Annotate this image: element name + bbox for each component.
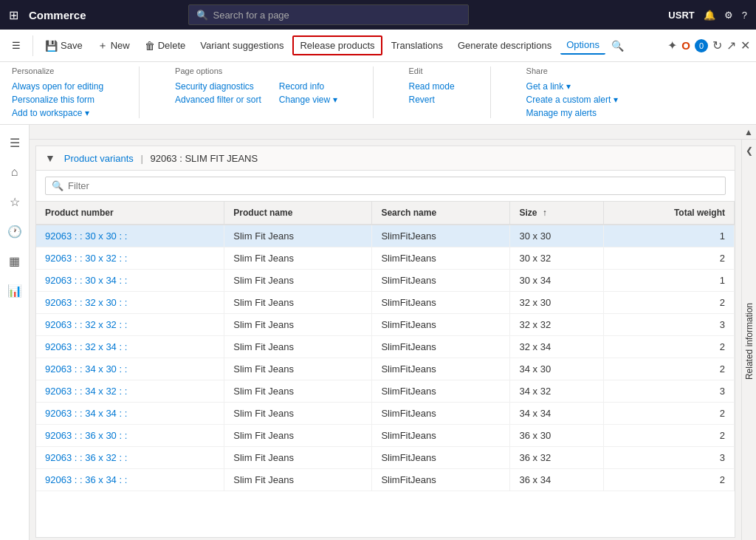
product-number-link[interactable]: 92063 : : 30 x 34 : :: [45, 275, 127, 286]
filter-icon[interactable]: ▼: [45, 152, 55, 164]
content-panel: ▼ Product variants | 92063 : SLIM FIT JE…: [30, 140, 756, 540]
table-row[interactable]: 92063 : : 34 x 30 : :Slim Fit JeansSlimF…: [36, 358, 735, 380]
product-number-link[interactable]: 92063 : : 36 x 32 : :: [45, 452, 127, 463]
product-number-link[interactable]: 92063 : : 32 x 30 : :: [45, 297, 127, 308]
refresh-icon[interactable]: ↻: [712, 38, 722, 52]
cell-search-name: SlimFitJeans: [372, 425, 510, 447]
cell-product-number[interactable]: 92063 : : 34 x 30 : :: [36, 358, 224, 380]
global-search[interactable]: 🔍 Search for a page: [188, 4, 469, 25]
filter-input[interactable]: [68, 180, 719, 191]
hamburger-button[interactable]: ☰: [6, 37, 27, 54]
manage-alerts-link[interactable]: Manage my alerts: [526, 108, 618, 118]
add-workspace-link[interactable]: Add to workspace ▾: [12, 108, 103, 118]
table-row[interactable]: 92063 : : 30 x 32 : :Slim Fit JeansSlimF…: [36, 247, 735, 270]
options-button[interactable]: Options: [560, 36, 605, 55]
cell-product-number[interactable]: 92063 : : 30 x 34 : :: [36, 270, 224, 292]
cell-search-name: SlimFitJeans: [372, 292, 510, 314]
cell-search-name: SlimFitJeans: [372, 336, 510, 358]
product-number-link[interactable]: 92063 : : 36 x 30 : :: [45, 430, 127, 441]
security-diag-link[interactable]: Security diagnostics: [175, 81, 261, 92]
bell-icon[interactable]: 🔔: [704, 10, 715, 21]
cell-size: 32 x 32: [510, 314, 604, 336]
close-icon[interactable]: ✕: [740, 38, 750, 52]
cell-product-number[interactable]: 92063 : : 34 x 34 : :: [36, 403, 224, 425]
col-size[interactable]: Size ↑: [510, 202, 604, 225]
cell-product-number[interactable]: 92063 : : 36 x 30 : :: [36, 425, 224, 447]
grid-icon[interactable]: ⊞: [9, 8, 18, 22]
cell-size: 34 x 32: [510, 380, 604, 403]
translations-button[interactable]: Translations: [385, 37, 449, 54]
product-number-link[interactable]: 92063 : : 34 x 30 : :: [45, 363, 127, 375]
breadcrumb-parent[interactable]: Product variants: [64, 153, 134, 164]
sidebar-menu-icon[interactable]: ☰: [3, 131, 27, 154]
cell-product-number[interactable]: 92063 : : 36 x 32 : :: [36, 447, 224, 469]
delete-button[interactable]: 🗑 Delete: [139, 37, 192, 55]
change-view-link[interactable]: Change view ▾: [279, 95, 337, 105]
right-panel-collapse-arrow[interactable]: ❮: [746, 146, 753, 156]
table-row[interactable]: 92063 : : 32 x 32 : :Slim Fit JeansSlimF…: [36, 314, 735, 336]
table-row[interactable]: 92063 : : 36 x 30 : :Slim Fit JeansSlimF…: [36, 425, 735, 447]
table-row[interactable]: 92063 : : 34 x 34 : :Slim Fit JeansSlimF…: [36, 403, 735, 425]
cell-search-name: SlimFitJeans: [372, 314, 510, 336]
cell-total-weight: 3: [604, 380, 735, 403]
ribbon-share-group: Share Get a link ▾ Create a custom alert…: [526, 66, 618, 118]
cell-product-number[interactable]: 92063 : : 32 x 32 : :: [36, 314, 224, 336]
table-row[interactable]: 92063 : : 32 x 30 : :Slim Fit JeansSlimF…: [36, 292, 735, 314]
product-number-link[interactable]: 92063 : : 36 x 34 : :: [45, 474, 127, 485]
get-link-link[interactable]: Get a link ▾: [526, 81, 618, 92]
generate-descriptions-button[interactable]: Generate descriptions: [452, 37, 557, 54]
create-alert-link[interactable]: Create a custom alert ▾: [526, 95, 618, 105]
help-icon[interactable]: ?: [742, 10, 747, 21]
right-panel[interactable]: ❮ Related information: [741, 140, 756, 540]
product-number-link[interactable]: 92063 : : 30 x 32 : :: [45, 253, 127, 264]
gear-icon[interactable]: ⚙: [724, 10, 733, 21]
sidebar-reports-icon[interactable]: 📊: [3, 278, 27, 302]
app-title: Commerce: [29, 9, 86, 21]
office-icon[interactable]: O: [681, 39, 690, 52]
sidebar-recent-icon[interactable]: 🕐: [3, 219, 27, 243]
search-cmd-icon[interactable]: 🔍: [611, 40, 624, 52]
ribbon-div-1: [139, 66, 140, 118]
save-button[interactable]: 💾 Save: [39, 37, 89, 55]
cell-search-name: SlimFitJeans: [372, 380, 510, 403]
data-table: Product number Product name Search name …: [36, 202, 735, 537]
sidebar-home-icon[interactable]: ⌂: [3, 160, 27, 184]
table-row[interactable]: 92063 : : 34 x 32 : :Slim Fit JeansSlimF…: [36, 380, 735, 403]
cell-product-number[interactable]: 92063 : : 30 x 30 : :: [36, 225, 224, 247]
product-number-link[interactable]: 92063 : : 32 x 34 : :: [45, 341, 127, 352]
adv-filter-link[interactable]: Advanced filter or sort: [175, 95, 261, 105]
cell-product-number[interactable]: 92063 : : 32 x 30 : :: [36, 292, 224, 314]
read-mode-link[interactable]: Read mode: [409, 81, 455, 92]
product-number-link[interactable]: 92063 : : 34 x 34 : :: [45, 408, 127, 419]
cell-search-name: SlimFitJeans: [372, 358, 510, 380]
table-row[interactable]: 92063 : : 30 x 34 : :Slim Fit JeansSlimF…: [36, 270, 735, 292]
record-info-link[interactable]: Record info: [279, 81, 337, 92]
sparkle-icon[interactable]: ✦: [667, 38, 677, 52]
collapse-ribbon-icon[interactable]: ▲: [744, 127, 753, 137]
product-number-link[interactable]: 92063 : : 30 x 30 : :: [45, 230, 127, 242]
product-number-link[interactable]: 92063 : : 34 x 32 : :: [45, 386, 127, 397]
table-row[interactable]: 92063 : : 36 x 32 : :Slim Fit JeansSlimF…: [36, 447, 735, 469]
cell-product-number[interactable]: 92063 : : 32 x 34 : :: [36, 336, 224, 358]
cell-product-number[interactable]: 92063 : : 30 x 32 : :: [36, 247, 224, 270]
cell-product-number[interactable]: 92063 : : 36 x 34 : :: [36, 469, 224, 491]
open-new-icon[interactable]: ↗: [726, 38, 736, 52]
always-open-link[interactable]: Always open for editing: [12, 81, 103, 92]
sidebar-favorites-icon[interactable]: ☆: [3, 190, 27, 213]
variant-suggestions-button[interactable]: Variant suggestions: [194, 37, 289, 54]
main-content: ▲ ▼ Product variants | 92063 : SLIM FIT …: [30, 125, 756, 540]
notification-badge-icon[interactable]: 0: [695, 39, 708, 52]
new-button[interactable]: ＋ New: [92, 36, 136, 55]
cell-search-name: SlimFitJeans: [372, 403, 510, 425]
revert-link[interactable]: Revert: [409, 95, 455, 105]
release-products-button[interactable]: Release products: [292, 35, 382, 55]
table-row[interactable]: 92063 : : 32 x 34 : :Slim Fit JeansSlimF…: [36, 336, 735, 358]
sidebar-workspace-icon[interactable]: ▦: [3, 249, 27, 273]
cell-total-weight: 2: [604, 336, 735, 358]
cell-product-number[interactable]: 92063 : : 34 x 32 : :: [36, 380, 224, 403]
personalize-form-link[interactable]: Personalize this form: [12, 95, 103, 105]
product-number-link[interactable]: 92063 : : 32 x 32 : :: [45, 319, 127, 330]
table-row[interactable]: 92063 : : 30 x 30 : :Slim Fit JeansSlimF…: [36, 225, 735, 247]
save-icon: 💾: [45, 40, 58, 52]
table-row[interactable]: 92063 : : 36 x 34 : :Slim Fit JeansSlimF…: [36, 469, 735, 491]
